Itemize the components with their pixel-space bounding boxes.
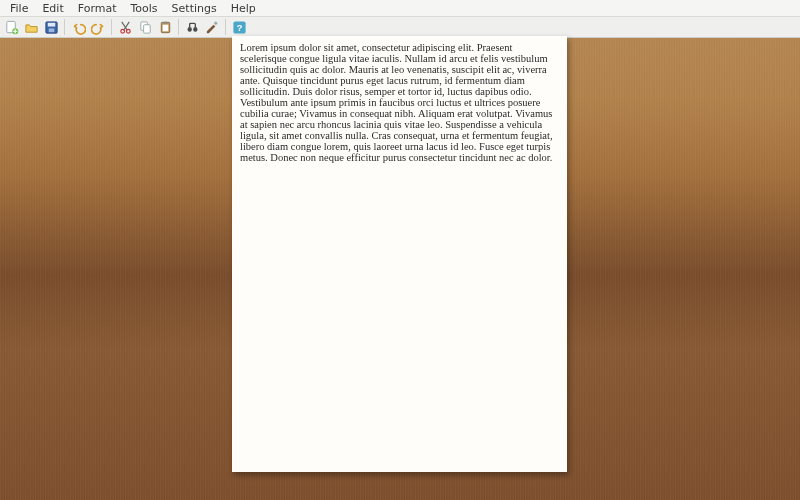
menu-tools[interactable]: Tools	[124, 2, 165, 15]
svg-point-13	[193, 26, 197, 31]
new-icon	[4, 20, 19, 35]
svg-rect-14	[213, 21, 217, 25]
new-button[interactable]	[2, 18, 20, 36]
text-editor-window: File Edit Format Tools Settings Help	[0, 0, 800, 38]
toolbar-separator	[178, 19, 179, 35]
save-button[interactable]	[42, 18, 60, 36]
open-button[interactable]	[22, 18, 40, 36]
menu-edit[interactable]: Edit	[35, 2, 70, 15]
config-button[interactable]	[203, 18, 221, 36]
document-page[interactable]: Lorem ipsum dolor sit amet, consectetur …	[232, 36, 567, 472]
menu-file[interactable]: File	[3, 2, 35, 15]
svg-point-6	[126, 29, 130, 33]
svg-rect-4	[48, 28, 54, 32]
cut-icon	[118, 20, 133, 35]
config-icon	[205, 20, 220, 35]
paste-icon	[158, 20, 173, 35]
find-button[interactable]	[183, 18, 201, 36]
svg-rect-3	[47, 22, 55, 26]
toolbar-separator	[111, 19, 112, 35]
document-paragraph: Lorem ipsum dolor sit amet, consectetur …	[240, 42, 559, 163]
svg-rect-11	[162, 24, 168, 31]
cut-button[interactable]	[116, 18, 134, 36]
copy-button[interactable]	[136, 18, 154, 36]
undo-icon	[71, 20, 86, 35]
find-icon	[185, 20, 200, 35]
paste-button[interactable]	[156, 18, 174, 36]
toolbar-separator	[64, 19, 65, 35]
toolbar: ?	[0, 17, 800, 38]
redo-icon	[91, 20, 106, 35]
svg-rect-10	[163, 21, 168, 23]
svg-point-12	[187, 26, 191, 31]
redo-button[interactable]	[89, 18, 107, 36]
help-button[interactable]: ?	[230, 18, 248, 36]
copy-icon	[138, 20, 153, 35]
menubar: File Edit Format Tools Settings Help	[0, 0, 800, 17]
menu-settings[interactable]: Settings	[165, 2, 224, 15]
menu-help[interactable]: Help	[224, 2, 263, 15]
svg-point-5	[120, 29, 124, 33]
menu-format[interactable]: Format	[71, 2, 124, 15]
svg-rect-8	[143, 24, 150, 32]
help-icon: ?	[232, 20, 247, 35]
undo-button[interactable]	[69, 18, 87, 36]
open-icon	[24, 20, 39, 35]
svg-text:?: ?	[236, 22, 242, 32]
toolbar-separator	[225, 19, 226, 35]
save-icon	[44, 20, 59, 35]
